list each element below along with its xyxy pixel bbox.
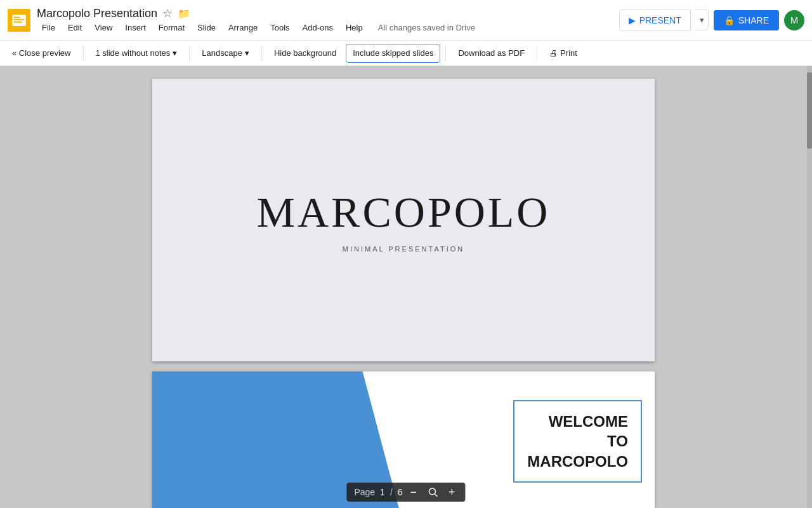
scrollbar[interactable] [807,66,812,508]
svg-point-5 [429,488,435,495]
menu-file[interactable]: File [37,22,60,34]
toolbar-separator-2 [189,46,190,61]
svg-rect-3 [14,19,24,20]
slide-2-text-box: WELCOMETOMARCOPOLO [513,400,642,483]
dropdown-arrow-icon: ▾ [173,48,177,58]
menu-slide[interactable]: Slide [192,22,221,34]
page-separator: / [390,487,393,497]
total-pages: 6 [398,487,403,497]
orientation-dropdown-button[interactable]: Landscape ▾ [195,44,256,63]
orientation-label: Landscape [202,48,242,58]
top-right-controls: ▶ PRESENT ▾ 🔒 SHARE M [619,10,804,31]
toolbar-separator-4 [445,46,446,61]
page-label: Page [354,487,375,497]
present-button[interactable]: ▶ PRESENT [619,10,691,31]
print-preview-toolbar: « Close preview 1 slide without notes ▾ … [0,41,812,66]
zoom-icon [427,486,438,498]
zoom-fit-button[interactable] [424,486,441,498]
close-preview-button[interactable]: « Close preview [5,44,78,63]
menu-insert[interactable]: Insert [120,22,151,34]
zoom-out-button[interactable]: − [408,486,420,498]
menu-row: File Edit View Insert Format Slide Arran… [37,22,619,34]
zoom-in-button[interactable]: + [446,486,458,498]
current-page: 1 [380,487,385,497]
toolbar-separator-5 [537,46,537,61]
title-row: Marcopolo Presentation ☆ 📁 [37,6,619,20]
present-dropdown-button[interactable]: ▾ [696,10,709,30]
doc-title: Marcopolo Presentation [37,7,157,20]
menu-format[interactable]: Format [154,22,190,34]
print-button[interactable]: 🖨 Print [542,44,584,63]
present-label: PRESENT [639,15,681,25]
menu-help[interactable]: Help [341,22,368,34]
print-label: Print [560,48,577,58]
svg-rect-2 [14,17,20,18]
share-button[interactable]: 🔒 SHARE [714,10,779,30]
save-status: All changes saved in Drive [378,23,475,32]
slide-1: MARCOPOLO MINIMAL PRESENTATION [152,79,655,361]
slides-app-icon [8,9,30,32]
include-skipped-button[interactable]: Include skipped slides [346,44,440,63]
menu-edit[interactable]: Edit [63,22,87,34]
orientation-arrow-icon: ▾ [245,48,249,58]
slide-1-title: MARCOPOLO [257,187,551,237]
download-pdf-button[interactable]: Download as PDF [451,44,532,63]
slide-1-wrapper: MARCOPOLO MINIMAL PRESENTATION [152,79,655,361]
menu-view[interactable]: View [89,22,117,34]
top-bar: Marcopolo Presentation ☆ 📁 File Edit Vie… [0,0,812,41]
slide-2-title: WELCOMETOMARCOPOLO [527,411,628,471]
avatar-initial: M [790,15,799,25]
menu-addons[interactable]: Add-ons [298,22,338,34]
page-controls: Page 1 / 6 − + [346,483,465,502]
toolbar-separator-1 [83,46,84,61]
avatar[interactable]: M [784,10,804,30]
svg-line-6 [435,494,437,497]
print-icon: 🖨 [549,48,558,58]
scrollbar-thumb[interactable] [807,72,812,149]
chevron-down-icon: ▾ [700,15,704,25]
slides-dropdown-button[interactable]: 1 slide without notes ▾ [89,44,185,63]
title-area: Marcopolo Presentation ☆ 📁 File Edit Vie… [37,6,619,34]
lock-icon: 🔒 [724,15,735,25]
hide-background-button[interactable]: Hide background [267,44,343,63]
share-label: SHARE [738,15,769,25]
toolbar-separator-3 [261,46,262,61]
slide-1-subtitle: MINIMAL PRESENTATION [343,245,464,253]
folder-icon[interactable]: 📁 [178,8,190,20]
menu-tools[interactable]: Tools [265,22,294,34]
svg-rect-4 [14,21,22,22]
slides-dropdown-label: 1 slide without notes [96,48,171,58]
present-icon: ▶ [629,15,636,25]
main-content: MARCOPOLO MINIMAL PRESENTATION WELCOMETO… [0,66,812,508]
star-icon[interactable]: ☆ [162,6,173,20]
slides-container[interactable]: MARCOPOLO MINIMAL PRESENTATION WELCOMETO… [0,66,807,508]
menu-arrange[interactable]: Arrange [223,22,263,34]
